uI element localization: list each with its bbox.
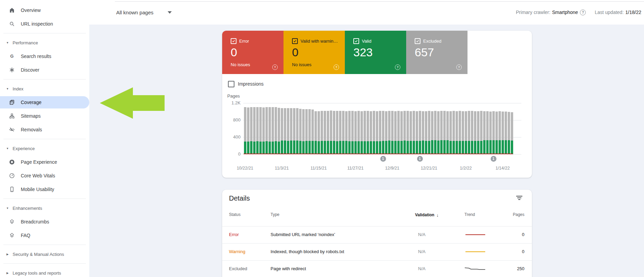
row-validation: N/A <box>418 232 426 237</box>
annotation-marker[interactable]: 1 <box>417 156 423 162</box>
annotation-marker[interactable]: 1 <box>491 156 496 162</box>
sidebar-divider <box>0 31 89 36</box>
column-header-status[interactable]: Status <box>229 212 241 218</box>
coverage-icon <box>9 99 15 105</box>
annotation-marker[interactable]: 1 <box>380 156 386 162</box>
impressions-checkbox[interactable] <box>228 81 234 87</box>
y-tick-label: 800 <box>222 117 241 123</box>
sidebar-item-sitemaps[interactable]: Sitemaps <box>0 109 89 123</box>
details-panel: Details Status Type Validation ↓ Trend P… <box>222 190 532 277</box>
sidebar-section-enhancements[interactable]: ▼Enhancements <box>0 201 89 215</box>
main-content: All known pages Primary crawler: Smartph… <box>89 0 644 277</box>
sidebar-section-index[interactable]: ▼Index <box>0 82 89 96</box>
sidebar-item-faq[interactable]: FAQ <box>0 229 89 242</box>
core-web-vitals-icon <box>9 173 15 179</box>
sidebar-section-security-manual-actions[interactable]: ▶Security & Manual Actions <box>0 247 89 261</box>
card-valid[interactable]: Valid323? <box>345 31 406 74</box>
impressions-toggle[interactable]: Impressions <box>228 81 263 87</box>
card-header: Error <box>231 38 249 44</box>
bar-valid <box>502 140 504 154</box>
bar-valid <box>364 141 366 154</box>
enhancement-icon <box>9 232 15 238</box>
bar-valid <box>290 141 292 154</box>
bar-valid <box>483 140 486 154</box>
sidebar-item-core-web-vitals[interactable]: Core Web Vitals <box>0 169 89 183</box>
sidebar-item-removals[interactable]: Removals <box>0 123 89 136</box>
crawler-info: Primary crawler: Smartphone ? Last updat… <box>516 8 641 17</box>
sidebar-section-experience[interactable]: ▼Experience <box>0 142 89 155</box>
card-error[interactable]: Error0No issues? <box>222 31 283 74</box>
checkbox-checked-icon[interactable] <box>353 38 359 44</box>
bar-valid <box>480 141 482 155</box>
filter-icon[interactable] <box>516 196 523 201</box>
sidebar-item-label: Sitemaps <box>21 113 41 119</box>
bar-valid <box>339 141 341 154</box>
bar-valid <box>284 141 286 154</box>
card-help-icon[interactable]: ? <box>395 64 400 70</box>
bar-valid <box>275 141 277 154</box>
sidebar-item-label: Discover <box>21 67 39 73</box>
column-header-validation[interactable]: Validation ↓ <box>415 212 439 218</box>
card-excluded[interactable]: Excluded657? <box>406 31 467 74</box>
bar-valid <box>308 141 311 154</box>
sidebar-item-url-inspection[interactable]: URL inspection <box>0 17 89 31</box>
bar-valid <box>385 141 387 154</box>
card-subtext: No issues <box>292 62 311 67</box>
card-help-icon[interactable]: ? <box>272 64 278 70</box>
sidebar-section-label: Legacy tools and reports <box>13 271 61 276</box>
help-icon[interactable]: ? <box>580 10 586 15</box>
bar-valid <box>321 141 323 154</box>
checkbox-checked-icon[interactable] <box>415 38 420 44</box>
sidebar-item-search-results[interactable]: GSearch results <box>0 49 89 63</box>
card-help-icon[interactable]: ? <box>334 64 339 70</box>
card-header: Excluded <box>415 38 441 44</box>
sidebar-section-label: Enhancements <box>13 206 42 211</box>
bar-valid <box>456 141 458 154</box>
table-row-error[interactable]: ErrorSubmitted URL marked ‘noindex’N/A0 <box>222 226 532 244</box>
sidebar-divider <box>0 242 89 247</box>
y-gridline <box>243 154 521 155</box>
bar-valid <box>357 141 360 154</box>
x-tick-label: 1/14/22 <box>490 166 516 171</box>
sidebar-section-label: Experience <box>13 146 35 151</box>
bar-valid <box>410 141 412 154</box>
checkbox-checked-icon[interactable] <box>231 38 236 44</box>
sidebar: OverviewURL inspection▼PerformanceGSearc… <box>0 0 89 277</box>
impressions-label: Impressions <box>238 81 263 87</box>
row-pages: 0 <box>488 249 524 254</box>
bar-valid <box>311 141 314 154</box>
bar-valid <box>468 141 470 154</box>
bar-valid <box>262 142 265 154</box>
g-logo-icon: G <box>9 53 15 59</box>
bar-valid <box>407 141 409 154</box>
sidebar-item-label: FAQ <box>21 233 30 238</box>
card-subtext: No issues <box>231 62 250 67</box>
sidebar-item-coverage[interactable]: Coverage <box>0 96 89 108</box>
card-help-icon[interactable]: ? <box>456 64 462 70</box>
column-header-type[interactable]: Type <box>271 212 279 218</box>
sidebar-section-performance[interactable]: ▼Performance <box>0 36 89 49</box>
bar-valid <box>345 141 348 154</box>
column-header-pages[interactable]: Pages <box>488 212 524 218</box>
checkbox-checked-icon[interactable] <box>292 38 298 44</box>
sidebar-divider <box>0 261 89 266</box>
table-row-warning[interactable]: WarningIndexed, though blocked by robots… <box>222 243 532 261</box>
mobile-usability-icon <box>9 186 15 192</box>
bar-valid <box>486 140 489 154</box>
bar-valid <box>425 141 427 154</box>
bar-valid <box>382 141 384 154</box>
page-scope-selector[interactable]: All known pages <box>116 8 172 17</box>
card-valid-with-warnin[interactable]: Valid with warnin…0No issues? <box>283 31 345 74</box>
sidebar-item-page-experience[interactable]: Page Experience <box>0 155 89 169</box>
sidebar-divider <box>0 77 89 82</box>
sort-desc-icon: ↓ <box>436 213 439 218</box>
table-row-excluded[interactable]: ExcludedPage with redirectN/A250 <box>222 260 532 277</box>
sidebar-item-overview[interactable]: Overview <box>0 3 89 17</box>
column-header-trend[interactable]: Trend <box>464 212 475 218</box>
home-icon <box>9 7 15 13</box>
sidebar-item-discover[interactable]: Discover <box>0 63 89 77</box>
y-gridline <box>243 103 521 103</box>
sidebar-item-breadcrumbs[interactable]: Breadcrumbs <box>0 215 89 229</box>
sidebar-item-mobile-usability[interactable]: Mobile Usability <box>0 183 89 196</box>
sidebar-section-legacy-tools-and-reports[interactable]: ▶Legacy tools and reports <box>0 266 89 277</box>
